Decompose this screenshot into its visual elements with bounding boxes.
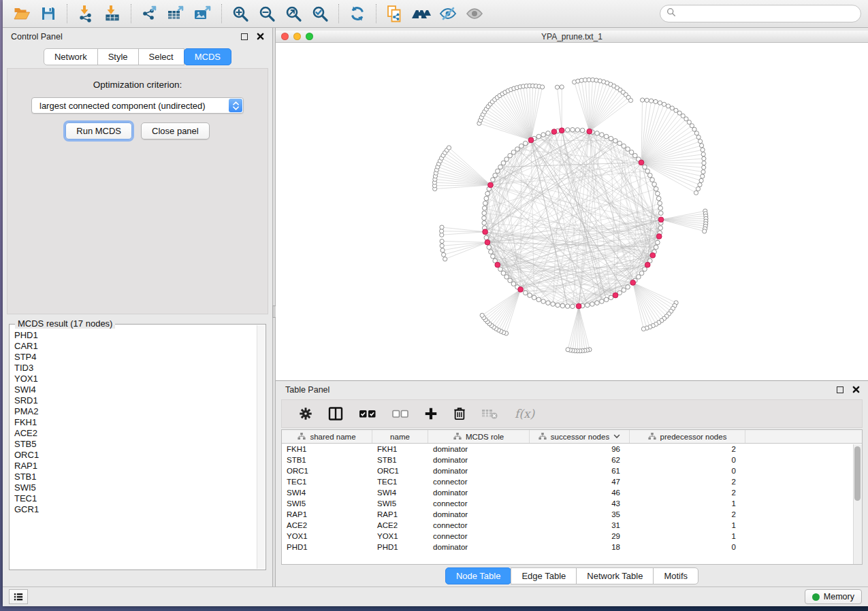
cell-predecessor-nodes[interactable]: 2	[630, 444, 745, 455]
table-row[interactable]: PHD1PHD1dominator180	[282, 542, 862, 552]
cell-MCDS-role[interactable]: connector	[428, 498, 530, 509]
cell-predecessor-nodes[interactable]: 2	[630, 509, 745, 520]
mcds-result-item[interactable]: PHD1	[12, 330, 257, 341]
export-image-icon[interactable]	[191, 2, 215, 25]
cell-name[interactable]: STB1	[372, 455, 428, 465]
table-row[interactable]: YOX1YOX1connector291	[282, 531, 862, 542]
memory-button[interactable]: Memory	[805, 589, 862, 604]
duplicate-network-icon[interactable]	[383, 2, 407, 25]
deselect-all-icon[interactable]	[391, 408, 409, 420]
optimization-criterion-select[interactable]: largest connected component (undirected)	[31, 97, 244, 114]
cell-predecessor-nodes[interactable]: 2	[630, 487, 745, 498]
window-zoom-icon[interactable]	[306, 33, 313, 40]
mcds-result-item[interactable]: SRD1	[12, 395, 257, 406]
cell-shared-name[interactable]: YOX1	[282, 531, 372, 542]
cell-shared-name[interactable]: RAP1	[282, 509, 372, 520]
cell-name[interactable]: SWI5	[372, 498, 428, 509]
cell-successor-nodes[interactable]: 29	[530, 531, 630, 542]
cell-shared-name[interactable]: PHD1	[282, 542, 372, 552]
tab-mcds[interactable]: MCDS	[184, 48, 231, 65]
mcds-result-item[interactable]: TID3	[12, 363, 257, 374]
cell-successor-nodes[interactable]: 35	[530, 509, 630, 520]
cell-name[interactable]: YOX1	[372, 531, 428, 542]
delete-row-icon[interactable]	[453, 406, 466, 421]
mcds-result-item[interactable]: YOX1	[12, 374, 257, 384]
export-table-icon[interactable]	[164, 2, 189, 25]
cell-MCDS-role[interactable]: dominator	[428, 509, 530, 520]
cell-MCDS-role[interactable]: dominator	[428, 487, 530, 498]
cell-shared-name[interactable]: TEC1	[282, 476, 372, 487]
network-window-titlebar[interactable]: YPA_prune.txt_1	[276, 31, 868, 43]
cell-successor-nodes[interactable]: 62	[530, 455, 630, 465]
zoom-selected-icon[interactable]	[308, 2, 332, 25]
cell-name[interactable]: SWI4	[372, 487, 428, 498]
mcds-result-item[interactable]: ACE2	[12, 428, 257, 439]
cell-name[interactable]: ORC1	[372, 465, 428, 476]
cell-MCDS-role[interactable]: dominator	[428, 542, 530, 552]
cell-MCDS-role[interactable]: dominator	[428, 465, 530, 476]
cell-predecessor-nodes[interactable]: 1	[630, 498, 745, 509]
run-mcds-button[interactable]: Run MCDS	[65, 122, 132, 139]
cell-successor-nodes[interactable]: 47	[530, 476, 630, 487]
close-panel-icon[interactable]	[256, 33, 264, 41]
column-header-MCDS-role[interactable]: MCDS role	[428, 430, 530, 443]
tab-style[interactable]: Style	[97, 48, 139, 65]
zoom-in-icon[interactable]	[228, 2, 253, 25]
cell-MCDS-role[interactable]: connector	[428, 520, 530, 531]
table-row[interactable]: TEC1TEC1connector472	[282, 476, 862, 487]
table-row[interactable]: RAP1RAP1dominator352	[282, 509, 862, 520]
cell-shared-name[interactable]: STB1	[282, 455, 372, 465]
cell-successor-nodes[interactable]: 61	[530, 465, 630, 476]
mcds-result-item[interactable]: GCR1	[12, 504, 257, 515]
cell-MCDS-role[interactable]: connector	[428, 531, 530, 542]
import-network-icon[interactable]	[74, 2, 98, 25]
cell-shared-name[interactable]: SWI4	[282, 487, 372, 498]
add-row-icon[interactable]	[423, 406, 438, 421]
close-table-panel-icon[interactable]	[852, 386, 860, 394]
cell-predecessor-nodes[interactable]: 0	[630, 465, 745, 476]
mcds-result-item[interactable]: CAR1	[12, 341, 257, 352]
mcds-result-item[interactable]: TEC1	[12, 493, 257, 504]
cell-successor-nodes[interactable]: 96	[530, 444, 630, 455]
mcds-result-item[interactable]: SWI4	[12, 384, 257, 395]
cell-predecessor-nodes[interactable]: 0	[630, 455, 745, 465]
panel-menu-button[interactable]	[9, 589, 28, 604]
cell-predecessor-nodes[interactable]: 0	[630, 542, 745, 552]
cell-successor-nodes[interactable]: 46	[530, 487, 630, 498]
table-row[interactable]: STB1STB1dominator620	[282, 455, 862, 465]
mcds-result-item[interactable]: FKH1	[12, 417, 257, 428]
mcds-result-item[interactable]: SWI5	[12, 482, 257, 493]
zoom-out-icon[interactable]	[255, 2, 279, 25]
mcds-result-item[interactable]: ORC1	[12, 450, 257, 461]
mcds-result-item[interactable]: PMA2	[12, 406, 257, 417]
mcds-result-item[interactable]: STB1	[12, 472, 257, 482]
cell-name[interactable]: PHD1	[372, 542, 428, 552]
window-close-icon[interactable]	[281, 33, 289, 40]
column-header-successor-nodes[interactable]: successor nodes	[530, 430, 630, 443]
hide-selected-icon[interactable]	[436, 2, 460, 25]
export-network-icon[interactable]	[138, 2, 162, 25]
float-table-panel-icon[interactable]	[837, 386, 843, 393]
mcds-result-item[interactable]: STB5	[12, 439, 257, 450]
mcds-result-item[interactable]: RAP1	[12, 461, 257, 472]
cell-shared-name[interactable]: ACE2	[282, 520, 372, 531]
table-row[interactable]: FKH1FKH1dominator962	[282, 444, 862, 455]
network-graph[interactable]	[276, 43, 868, 380]
cell-MCDS-role[interactable]: dominator	[428, 444, 530, 455]
close-panel-button[interactable]: Close panel	[141, 122, 210, 139]
cell-successor-nodes[interactable]: 43	[530, 498, 630, 509]
tab-motifs[interactable]: Motifs	[653, 567, 698, 584]
cell-name[interactable]: TEC1	[372, 476, 428, 487]
column-layout-icon[interactable]	[327, 406, 344, 421]
column-header-name[interactable]: name	[372, 430, 428, 443]
table-scrollbar-thumb[interactable]	[854, 446, 861, 501]
mcds-result-item[interactable]: STP4	[12, 352, 257, 363]
mcds-list-scrollbar[interactable]	[257, 325, 265, 569]
table-row[interactable]: SWI5SWI5connector431	[282, 498, 862, 509]
cell-name[interactable]: RAP1	[372, 509, 428, 520]
import-table-icon[interactable]	[100, 2, 125, 25]
show-all-icon[interactable]	[462, 2, 487, 25]
select-all-icon[interactable]	[358, 408, 377, 420]
cell-predecessor-nodes[interactable]: 1	[630, 531, 745, 542]
save-session-icon[interactable]	[36, 2, 61, 25]
